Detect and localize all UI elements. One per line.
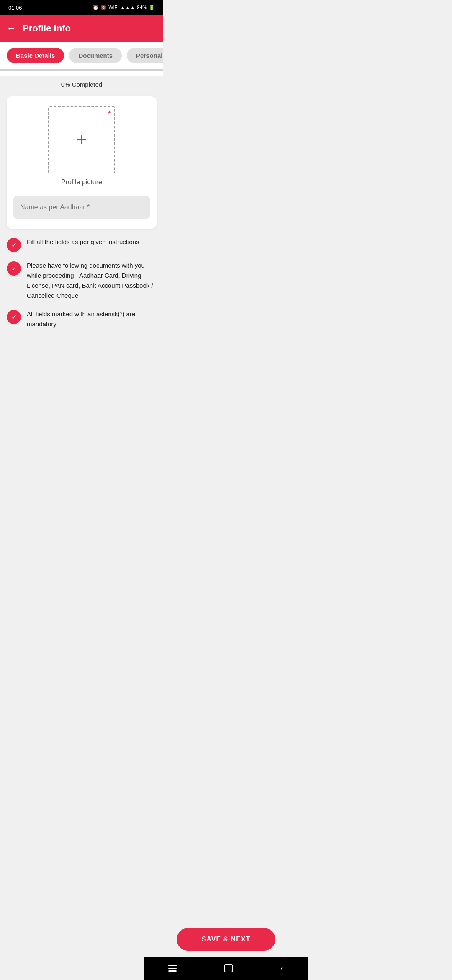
mute-icon: 🔇 <box>100 5 107 10</box>
instruction-text-1: Fill all the fields as per given instruc… <box>27 237 139 247</box>
progress-track <box>0 69 163 71</box>
app-bar: ← Profile Info <box>0 15 163 42</box>
back-button[interactable]: ← <box>7 23 16 34</box>
profile-card: * + Profile picture <box>7 96 157 229</box>
battery-icon: 🔋 <box>149 5 155 10</box>
wifi-icon: WiFi <box>108 5 118 10</box>
progress-text: 0% Completed <box>0 76 163 90</box>
tab-personal[interactable]: Personal <box>127 48 163 63</box>
tab-documents[interactable]: Documents <box>69 48 122 63</box>
instructions-list: ✓ Fill all the fields as per given instr… <box>7 237 157 329</box>
profile-picture-label: Profile picture <box>61 178 102 186</box>
instruction-item: ✓ Fill all the fields as per given instr… <box>7 237 157 252</box>
check-icon-1: ✓ <box>7 238 21 252</box>
name-input[interactable] <box>13 196 150 219</box>
tab-basic-details[interactable]: Basic Details <box>7 48 64 63</box>
status-time: 01:06 <box>8 5 22 11</box>
profile-picture-upload[interactable]: * + <box>48 106 115 173</box>
add-photo-icon: + <box>77 131 87 149</box>
signal-icon: ▲▲▲ <box>120 5 135 10</box>
check-icon-3: ✓ <box>7 310 21 324</box>
required-asterisk: * <box>108 110 111 119</box>
profile-picture-area: * + Profile picture <box>13 106 150 186</box>
status-icons: ⏰ 🔇 WiFi ▲▲▲ 84% 🔋 <box>92 5 155 10</box>
instruction-text-2: Please have following documents with you… <box>27 260 157 301</box>
instruction-item-2: ✓ Please have following documents with y… <box>7 260 157 301</box>
status-bar: 01:06 ⏰ 🔇 WiFi ▲▲▲ 84% 🔋 <box>0 0 163 15</box>
page-title: Profile Info <box>23 23 71 34</box>
instruction-item-3: ✓ All fields marked with an asterisk(*) … <box>7 309 157 329</box>
instruction-text-3: All fields marked with an asterisk(*) ar… <box>27 309 157 329</box>
tab-bar: Basic Details Documents Personal <box>0 42 163 69</box>
alarm-icon: ⏰ <box>92 5 99 10</box>
progress-container <box>0 69 163 76</box>
check-icon-2: ✓ <box>7 261 21 276</box>
main-content: * + Profile picture ✓ Fill all the field… <box>0 90 163 369</box>
battery-level: 84% <box>137 5 147 10</box>
